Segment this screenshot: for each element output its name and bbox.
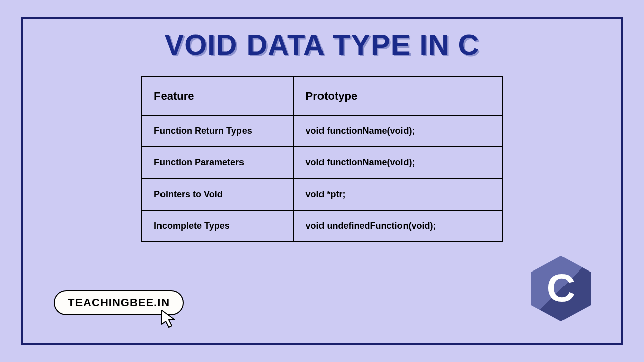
table-header-row: Feature Prototype (141, 77, 503, 115)
site-badge-label: TEACHINGBEE.IN (68, 296, 170, 309)
cell-feature: Incomplete Types (141, 210, 293, 242)
cell-feature: Pointers to Void (141, 178, 293, 210)
void-table: Feature Prototype Function Return Types … (141, 76, 503, 242)
cell-feature: Function Return Types (141, 115, 293, 147)
cell-prototype: void functionName(void); (293, 147, 503, 178)
c-language-logo-icon: C (531, 256, 591, 321)
col-feature: Feature (141, 77, 293, 115)
c-logo-letter: C (547, 265, 575, 311)
cursor-icon (160, 309, 178, 329)
table-row: Function Return Types void functionName(… (141, 115, 503, 147)
cell-feature: Function Parameters (141, 147, 293, 178)
cell-prototype: void undefinedFunction(void); (293, 210, 503, 242)
table-row: Pointers to Void void *ptr; (141, 178, 503, 210)
content-frame: VOID DATA TYPE IN C Feature Prototype Fu… (21, 17, 623, 345)
svg-marker-0 (162, 310, 175, 327)
col-prototype: Prototype (293, 77, 503, 115)
page-title: VOID DATA TYPE IN C (23, 28, 621, 61)
table-row: Incomplete Types void undefinedFunction(… (141, 210, 503, 242)
cell-prototype: void functionName(void); (293, 115, 503, 147)
table-row: Function Parameters void functionName(vo… (141, 147, 503, 178)
cell-prototype: void *ptr; (293, 178, 503, 210)
